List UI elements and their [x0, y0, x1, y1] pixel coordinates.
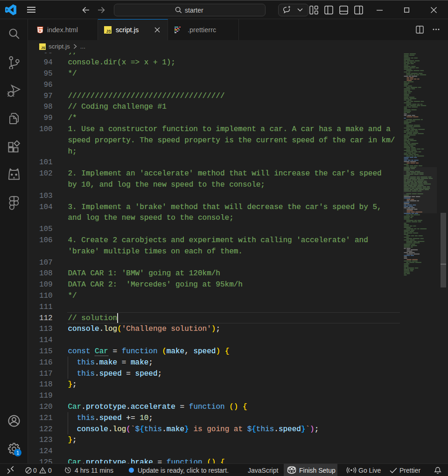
svg-text:JS: JS [41, 46, 45, 49]
svg-text:JS: JS [106, 29, 112, 34]
